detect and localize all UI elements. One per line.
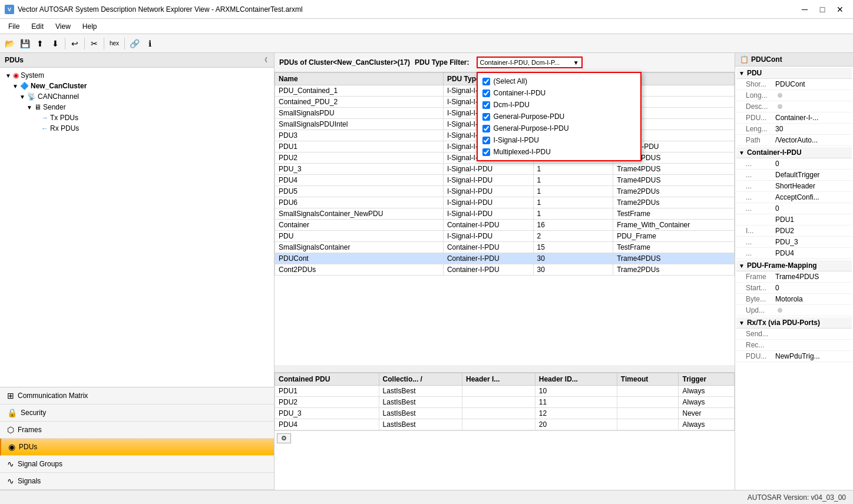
toolbar-undo[interactable]: ↩ <box>68 37 82 51</box>
checkbox-container[interactable] <box>482 89 490 97</box>
close-button[interactable]: ✕ <box>832 1 848 18</box>
checkbox-general-purpose-i[interactable] <box>482 125 490 132</box>
table-row[interactable]: PDU6 I-Signal-I-PDU 1 Trame2PDUs <box>275 197 735 208</box>
prop-section-frame-header[interactable]: ▼ PDU-Frame-Mapping <box>736 260 852 271</box>
frame-section-expand-icon: ▼ <box>739 263 745 269</box>
filter-value-text: Container-I-PDU, Dcm-I-P... <box>480 59 571 66</box>
nav-security[interactable]: 🔒 Security <box>0 404 274 422</box>
tree-item-new-can-cluster[interactable]: ▼ 🔷 New_CanCluster <box>2 81 272 91</box>
col-header-id: Header ID... <box>535 373 617 386</box>
prop-value-frame: Trame4PDUS <box>775 273 849 281</box>
prop-value-c4: AcceptConfi... <box>775 193 849 201</box>
table-row[interactable]: PDUCont Container-I-PDU 30 Trame4PDUS <box>275 253 735 264</box>
prop-row-frame: Frame Trame4PDUS <box>736 271 852 283</box>
filter-option-multiplexed[interactable]: Multiplexed-I-PDU <box>478 146 640 158</box>
bottom-toolbar: ⚙ <box>275 430 735 446</box>
nav-communication-matrix[interactable]: ⊞ Communication Matrix <box>0 387 274 404</box>
prop-section-rxtx-header[interactable]: ▼ Rx/Tx (via PDU-Ports) <box>736 317 852 329</box>
pdu-table-header: PDUs of Cluster<New_CanCluster>(17) PDU … <box>275 53 735 72</box>
checkbox-i-signal[interactable] <box>482 137 490 144</box>
filter-option-general-purpose-i[interactable]: General-Purpose-I-PDU <box>478 122 640 134</box>
cell-trigger: Always <box>679 397 735 408</box>
filter-option-container[interactable]: Container-I-PDU <box>478 87 640 99</box>
prop-row-upd: Upd... <box>736 305 852 316</box>
toolbar-link[interactable]: 🔗 <box>127 37 141 51</box>
nav-signals[interactable]: ∿ Signals <box>0 473 274 490</box>
cell-name: SmallSignalsContainer <box>275 242 444 253</box>
tree-item-tx-pdus[interactable]: ▸ → Tx PDUs <box>2 112 272 123</box>
cell-frame: Trame2PDUs <box>613 264 735 276</box>
prop-section-container-header[interactable]: ▼ Container-I-PDU <box>736 147 852 158</box>
toolbar-btn3[interactable]: ⬆ <box>33 37 47 51</box>
maximize-button[interactable]: □ <box>814 1 831 18</box>
toolbar-cut[interactable]: ✂ <box>87 37 101 51</box>
bottom-table-row[interactable]: PDU_3 LastIsBest 12 Never <box>275 408 735 419</box>
filter-option-i-signal[interactable]: I-Signal-I-PDU <box>478 134 640 146</box>
table-row[interactable]: PDU5 I-Signal-I-PDU 1 Trame2PDUs <box>275 186 735 197</box>
right-panel-title: PDUCont <box>751 55 782 64</box>
cell-name: PDU5 <box>275 186 444 197</box>
tree-label-cluster: New_CanCluster <box>31 82 87 90</box>
cell-name: Container <box>275 220 444 231</box>
table-row[interactable]: PDU_3 I-Signal-I-PDU 1 Trame4PDUS <box>275 164 735 175</box>
tree-item-rx-pdus[interactable]: ▸ ← Rx PDUs <box>2 123 272 134</box>
title-bar: V Vector AUTOSAR System Description Netw… <box>0 0 853 19</box>
sender-icon: 🖥 <box>34 103 41 111</box>
rxtx-section-expand-icon: ▼ <box>739 320 745 326</box>
prop-name-send: Send... <box>746 330 775 338</box>
panel-collapse-left[interactable]: 《 <box>260 55 269 65</box>
cell-header-id: 11 <box>535 397 617 408</box>
menu-help[interactable]: Help <box>77 21 103 32</box>
toolbar-sep1 <box>65 38 65 49</box>
filter-option-dcm[interactable]: Dcm-I-PDU <box>478 99 640 111</box>
pdu-type-filter-dropdown[interactable]: Container-I-PDU, Dcm-I-P... ▼ <box>477 57 583 68</box>
prop-row-short: Shor... PDUCont <box>736 79 852 90</box>
cell-name: SmallSignalsPDUIntel <box>275 119 444 130</box>
nav-pdus[interactable]: ◉ PDUs <box>0 439 274 456</box>
table-row[interactable]: PDU4 I-Signal-I-PDU 1 Trame4PDUS <box>275 175 735 186</box>
table-row[interactable]: SmallSignalsContainer Container-I-PDU 15… <box>275 242 735 253</box>
nav-signal-groups[interactable]: ∿ Signal Groups <box>0 456 274 473</box>
checkbox-general-purpose[interactable] <box>482 113 490 121</box>
filter-option-general-purpose[interactable]: General-Purpose-PDU <box>478 111 640 122</box>
prop-name-start: Start... <box>746 284 775 292</box>
nav-panel: ⊞ Communication Matrix 🔒 Security ⬡ Fram… <box>0 387 274 490</box>
cell-timeout <box>617 419 679 430</box>
security-icon: 🔒 <box>7 408 17 417</box>
pdu-section-expand-icon: ▼ <box>739 70 745 77</box>
prop-name-path: Path <box>746 136 775 144</box>
toolbar-hex[interactable]: hex <box>107 37 122 51</box>
prop-name-pdu1 <box>746 215 775 224</box>
checkbox-select-all[interactable] <box>482 78 490 85</box>
table-row[interactable]: Cont2PDUs Container-I-PDU 30 Trame2PDUs <box>275 264 735 276</box>
filter-option-select-all[interactable]: (Select All) <box>478 75 640 87</box>
bottom-add-button[interactable]: ⚙ <box>277 433 291 443</box>
table-row[interactable]: Container Container-I-PDU 16 Frame_With_… <box>275 220 735 231</box>
toolbar-info[interactable]: ℹ <box>143 37 157 51</box>
checkbox-dcm[interactable] <box>482 101 490 109</box>
checkbox-multiplexed[interactable] <box>482 148 490 156</box>
nav-frames[interactable]: ⬡ Frames <box>0 422 274 439</box>
bottom-table-row[interactable]: PDU1 LastIsBest 10 Always <box>275 386 735 397</box>
tree-item-system[interactable]: ▼ ◉ System <box>2 70 272 81</box>
toolbar-btn4[interactable]: ⬇ <box>48 37 62 51</box>
table-row[interactable]: SmallSignalsContainer_NewPDU I-Signal-I-… <box>275 208 735 220</box>
menu-edit[interactable]: Edit <box>25 21 49 32</box>
prop-value-short: PDUCont <box>775 80 849 88</box>
bottom-table-row[interactable]: PDU2 LastIsBest 11 Always <box>275 397 735 408</box>
toolbar-open[interactable]: 📂 <box>2 37 16 51</box>
table-row[interactable]: PDU I-Signal-I-PDU 2 PDU_Frame <box>275 231 735 242</box>
menu-file[interactable]: File <box>2 21 25 32</box>
prop-row-pdu4: ... PDU4 <box>736 248 852 259</box>
long-circle-icon <box>778 93 782 98</box>
bottom-table-row[interactable]: PDU4 LastIsBest 20 Always <box>275 419 735 430</box>
menu-view[interactable]: View <box>49 21 77 32</box>
horizontal-scrollbar[interactable] <box>275 365 735 372</box>
toolbar-save[interactable]: 💾 <box>18 37 32 51</box>
tree-item-sender[interactable]: ▼ 🖥 Sender <box>2 102 272 112</box>
prop-name-pdu-type: PDU... <box>746 114 775 122</box>
prop-section-pdu-header[interactable]: ▼ PDU <box>736 68 852 79</box>
tree-item-can-channel[interactable]: ▼ 📡 CANChannel <box>2 91 272 102</box>
minimize-button[interactable]: ─ <box>796 1 813 18</box>
center-panel: PDUs of Cluster<New_CanCluster>(17) PDU … <box>275 53 735 490</box>
